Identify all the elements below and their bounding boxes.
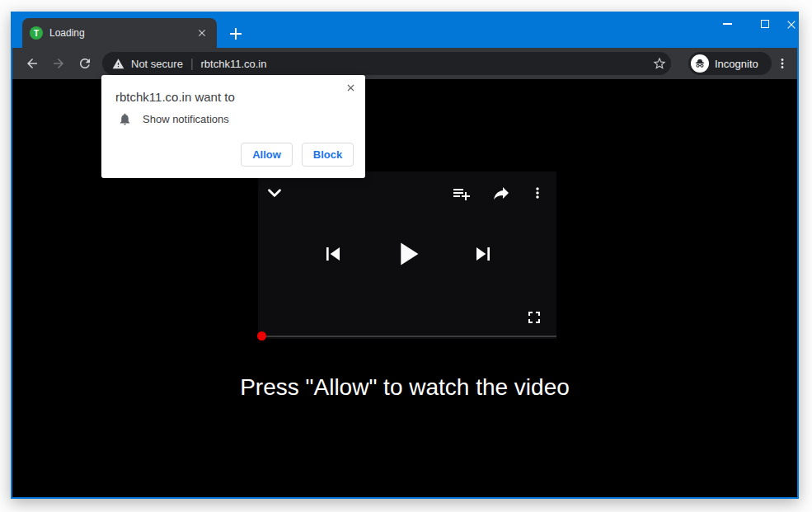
skip-previous-icon[interactable]	[320, 241, 346, 267]
incognito-avatar	[691, 54, 709, 73]
maximize-icon	[761, 20, 769, 28]
title-bar: T Loading	[11, 12, 799, 48]
minimize-button[interactable]	[708, 12, 746, 36]
video-player	[258, 171, 556, 339]
permission-row: Show notifications	[118, 112, 229, 126]
popup-buttons: Allow Block	[241, 143, 354, 167]
kebab-menu-icon[interactable]	[529, 185, 546, 201]
incognito-badge: Incognito	[688, 52, 772, 75]
address-bar[interactable]: Not secure | rbtchk11.co.in	[102, 52, 671, 75]
new-tab-button[interactable]	[226, 24, 246, 44]
notification-permission-popup: rbtchk11.co.in want to Show notification…	[101, 75, 365, 178]
maximize-button[interactable]	[746, 12, 784, 36]
security-status-label: Not secure	[131, 58, 183, 70]
reload-icon[interactable]	[77, 56, 92, 71]
popup-title: rbtchk11.co.in want to	[115, 90, 235, 104]
bell-icon	[118, 112, 132, 126]
close-icon[interactable]	[345, 82, 357, 94]
incognito-icon	[693, 57, 706, 70]
tab-title: Loading	[49, 18, 85, 48]
minimize-icon	[723, 23, 732, 25]
tab-favicon-icon: T	[30, 26, 43, 40]
warning-triangle-icon[interactable]	[112, 58, 124, 70]
browser-tab[interactable]: T Loading	[22, 18, 217, 48]
permission-label: Show notifications	[143, 113, 229, 125]
progress-bar[interactable]	[258, 336, 556, 337]
forward-arrow-icon[interactable]	[51, 56, 66, 71]
tab-close-icon[interactable]	[195, 26, 209, 40]
skip-next-icon[interactable]	[470, 241, 496, 267]
incognito-label: Incognito	[715, 58, 758, 70]
share-arrow-icon[interactable]	[491, 183, 511, 203]
block-button[interactable]: Block	[302, 143, 354, 167]
omnibox-separator: |	[190, 57, 194, 70]
playlist-add-icon[interactable]	[452, 184, 472, 204]
progress-dot[interactable]	[257, 331, 266, 341]
back-arrow-icon[interactable]	[25, 56, 40, 71]
kebab-menu-icon[interactable]	[775, 56, 790, 71]
play-icon[interactable]	[388, 235, 426, 273]
window-controls	[708, 12, 799, 38]
allow-button[interactable]: Allow	[241, 143, 293, 167]
chevron-down-icon[interactable]	[264, 182, 285, 204]
close-window-button[interactable]	[784, 17, 799, 32]
page-message: Press "Allow" to watch the video	[12, 374, 797, 401]
fullscreen-icon[interactable]	[524, 308, 544, 327]
url-text: rbtchk11.co.in	[201, 58, 267, 70]
bookmark-star-icon[interactable]	[652, 56, 667, 71]
browser-window: T Loading	[11, 12, 799, 499]
